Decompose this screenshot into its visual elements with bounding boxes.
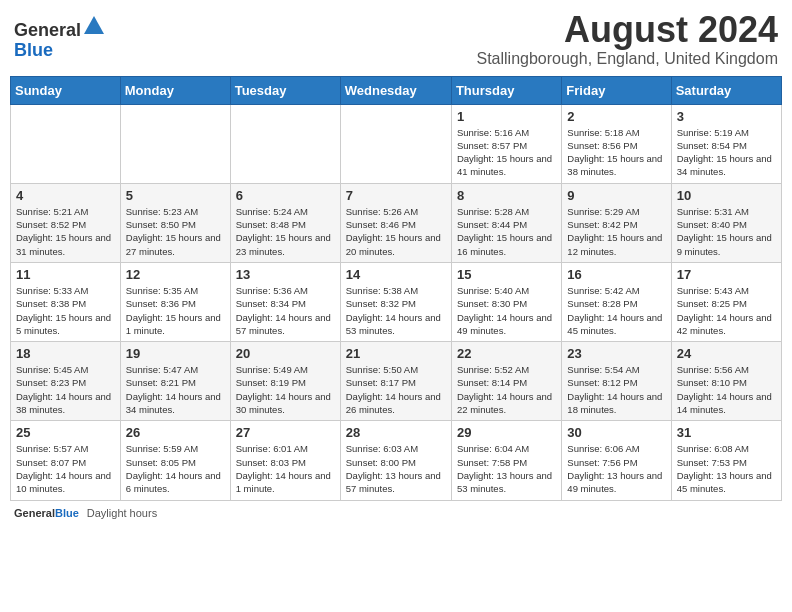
day-info: Sunrise: 5:19 AMSunset: 8:54 PMDaylight:… [677,126,776,179]
day-number: 31 [677,425,776,440]
day-number: 11 [16,267,115,282]
calendar-cell: 9Sunrise: 5:29 AMSunset: 8:42 PMDaylight… [562,183,671,262]
calendar-cell: 29Sunrise: 6:04 AMSunset: 7:58 PMDayligh… [451,421,561,500]
day-info: Sunrise: 5:24 AMSunset: 8:48 PMDaylight:… [236,205,335,258]
calendar-cell [11,104,121,183]
day-number: 30 [567,425,665,440]
calendar-cell: 16Sunrise: 5:42 AMSunset: 8:28 PMDayligh… [562,262,671,341]
calendar-cell: 3Sunrise: 5:19 AMSunset: 8:54 PMDaylight… [671,104,781,183]
day-number: 17 [677,267,776,282]
svg-marker-0 [84,16,104,34]
calendar-cell: 1Sunrise: 5:16 AMSunset: 8:57 PMDaylight… [451,104,561,183]
calendar-cell: 30Sunrise: 6:06 AMSunset: 7:56 PMDayligh… [562,421,671,500]
day-number: 29 [457,425,556,440]
logo-blue-text: Blue [14,40,53,60]
day-info: Sunrise: 5:42 AMSunset: 8:28 PMDaylight:… [567,284,665,337]
logo-general-text: General [14,20,81,40]
calendar-week-row: 4Sunrise: 5:21 AMSunset: 8:52 PMDaylight… [11,183,782,262]
day-info: Sunrise: 5:45 AMSunset: 8:23 PMDaylight:… [16,363,115,416]
calendar-day-header: Wednesday [340,76,451,104]
calendar-cell: 7Sunrise: 5:26 AMSunset: 8:46 PMDaylight… [340,183,451,262]
calendar-day-header: Saturday [671,76,781,104]
day-info: Sunrise: 6:01 AMSunset: 8:03 PMDaylight:… [236,442,335,495]
day-info: Sunrise: 5:33 AMSunset: 8:38 PMDaylight:… [16,284,115,337]
footer-logo: GeneralBlue [14,507,79,519]
calendar-cell: 14Sunrise: 5:38 AMSunset: 8:32 PMDayligh… [340,262,451,341]
calendar-cell: 12Sunrise: 5:35 AMSunset: 8:36 PMDayligh… [120,262,230,341]
day-info: Sunrise: 5:59 AMSunset: 8:05 PMDaylight:… [126,442,225,495]
title-area: August 2024 Stallingborough, England, Un… [476,10,778,68]
day-info: Sunrise: 5:16 AMSunset: 8:57 PMDaylight:… [457,126,556,179]
day-number: 4 [16,188,115,203]
calendar-cell: 10Sunrise: 5:31 AMSunset: 8:40 PMDayligh… [671,183,781,262]
month-title: August 2024 [476,10,778,50]
day-number: 26 [126,425,225,440]
day-info: Sunrise: 5:18 AMSunset: 8:56 PMDaylight:… [567,126,665,179]
calendar-cell: 6Sunrise: 5:24 AMSunset: 8:48 PMDaylight… [230,183,340,262]
day-number: 16 [567,267,665,282]
day-info: Sunrise: 5:38 AMSunset: 8:32 PMDaylight:… [346,284,446,337]
day-number: 21 [346,346,446,361]
day-info: Sunrise: 5:31 AMSunset: 8:40 PMDaylight:… [677,205,776,258]
calendar-cell: 21Sunrise: 5:50 AMSunset: 8:17 PMDayligh… [340,342,451,421]
day-info: Sunrise: 5:28 AMSunset: 8:44 PMDaylight:… [457,205,556,258]
logo-triangle-icon [83,14,105,36]
calendar-cell: 28Sunrise: 6:03 AMSunset: 8:00 PMDayligh… [340,421,451,500]
page-header: General Blue August 2024 Stallingborough… [10,10,782,68]
calendar-cell [230,104,340,183]
day-info: Sunrise: 6:03 AMSunset: 8:00 PMDaylight:… [346,442,446,495]
day-info: Sunrise: 5:52 AMSunset: 8:14 PMDaylight:… [457,363,556,416]
day-info: Sunrise: 6:08 AMSunset: 7:53 PMDaylight:… [677,442,776,495]
day-info: Sunrise: 5:57 AMSunset: 8:07 PMDaylight:… [16,442,115,495]
calendar-cell: 23Sunrise: 5:54 AMSunset: 8:12 PMDayligh… [562,342,671,421]
calendar-cell: 11Sunrise: 5:33 AMSunset: 8:38 PMDayligh… [11,262,121,341]
day-number: 6 [236,188,335,203]
day-number: 14 [346,267,446,282]
day-info: Sunrise: 5:23 AMSunset: 8:50 PMDaylight:… [126,205,225,258]
day-number: 2 [567,109,665,124]
calendar-week-row: 1Sunrise: 5:16 AMSunset: 8:57 PMDaylight… [11,104,782,183]
day-number: 15 [457,267,556,282]
calendar-table: SundayMondayTuesdayWednesdayThursdayFrid… [10,76,782,501]
day-info: Sunrise: 5:36 AMSunset: 8:34 PMDaylight:… [236,284,335,337]
calendar-header-row: SundayMondayTuesdayWednesdayThursdayFrid… [11,76,782,104]
calendar-week-row: 11Sunrise: 5:33 AMSunset: 8:38 PMDayligh… [11,262,782,341]
logo: General Blue [14,14,105,61]
day-number: 10 [677,188,776,203]
day-number: 13 [236,267,335,282]
daylight-label: Daylight hours [87,507,157,519]
day-info: Sunrise: 5:47 AMSunset: 8:21 PMDaylight:… [126,363,225,416]
calendar-cell: 13Sunrise: 5:36 AMSunset: 8:34 PMDayligh… [230,262,340,341]
calendar-week-row: 25Sunrise: 5:57 AMSunset: 8:07 PMDayligh… [11,421,782,500]
day-number: 3 [677,109,776,124]
day-number: 28 [346,425,446,440]
calendar-cell: 2Sunrise: 5:18 AMSunset: 8:56 PMDaylight… [562,104,671,183]
calendar-day-header: Friday [562,76,671,104]
day-number: 7 [346,188,446,203]
footer: GeneralBlue Daylight hours [10,507,782,519]
day-number: 9 [567,188,665,203]
day-number: 12 [126,267,225,282]
day-number: 8 [457,188,556,203]
location-title: Stallingborough, England, United Kingdom [476,50,778,68]
calendar-cell: 25Sunrise: 5:57 AMSunset: 8:07 PMDayligh… [11,421,121,500]
day-number: 24 [677,346,776,361]
calendar-cell: 18Sunrise: 5:45 AMSunset: 8:23 PMDayligh… [11,342,121,421]
calendar-cell [120,104,230,183]
day-info: Sunrise: 5:29 AMSunset: 8:42 PMDaylight:… [567,205,665,258]
day-info: Sunrise: 5:50 AMSunset: 8:17 PMDaylight:… [346,363,446,416]
calendar-cell: 4Sunrise: 5:21 AMSunset: 8:52 PMDaylight… [11,183,121,262]
calendar-cell: 15Sunrise: 5:40 AMSunset: 8:30 PMDayligh… [451,262,561,341]
calendar-cell [340,104,451,183]
calendar-day-header: Thursday [451,76,561,104]
calendar-cell: 5Sunrise: 5:23 AMSunset: 8:50 PMDaylight… [120,183,230,262]
day-info: Sunrise: 5:21 AMSunset: 8:52 PMDaylight:… [16,205,115,258]
calendar-cell: 22Sunrise: 5:52 AMSunset: 8:14 PMDayligh… [451,342,561,421]
calendar-day-header: Tuesday [230,76,340,104]
day-info: Sunrise: 5:26 AMSunset: 8:46 PMDaylight:… [346,205,446,258]
calendar-cell: 17Sunrise: 5:43 AMSunset: 8:25 PMDayligh… [671,262,781,341]
day-number: 5 [126,188,225,203]
day-number: 25 [16,425,115,440]
day-info: Sunrise: 5:49 AMSunset: 8:19 PMDaylight:… [236,363,335,416]
day-number: 27 [236,425,335,440]
